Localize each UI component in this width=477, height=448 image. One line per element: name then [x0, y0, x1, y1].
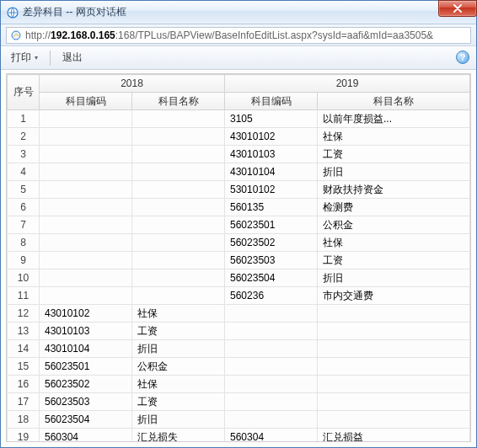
table-cell[interactable]: 社保 [318, 128, 470, 146]
table-row[interactable]: 13105以前年度损益... [8, 110, 470, 128]
col-year-right-header[interactable]: 2019 [225, 75, 470, 93]
table-cell[interactable]: 56023504 [225, 269, 318, 287]
table-cell[interactable]: 工资 [132, 393, 225, 411]
table-cell[interactable]: 折旧 [318, 269, 470, 287]
table-cell[interactable]: 15 [8, 358, 40, 376]
table-cell[interactable]: 56023501 [40, 358, 132, 376]
table-cell[interactable] [318, 358, 470, 376]
table-cell[interactable]: 560304 [40, 429, 132, 443]
table-cell[interactable] [225, 305, 318, 323]
table-cell[interactable]: 折旧 [318, 163, 470, 181]
table-cell[interactable] [40, 199, 132, 216]
table-cell[interactable] [40, 287, 132, 305]
table-cell[interactable] [40, 110, 132, 128]
table-row[interactable]: 1443010104折旧 [8, 340, 470, 358]
table-cell[interactable] [40, 252, 132, 269]
col-seq-header[interactable]: 序号 [8, 75, 40, 110]
table-cell[interactable]: 18 [8, 411, 40, 429]
table-cell[interactable]: 折旧 [132, 340, 225, 358]
table-cell[interactable] [132, 146, 225, 163]
table-row[interactable]: 553010102财政扶持资金 [8, 181, 470, 199]
table-cell[interactable] [225, 393, 318, 411]
table-row[interactable]: 1856023504折旧 [8, 411, 470, 429]
table-cell[interactable]: 16 [8, 376, 40, 393]
table-cell[interactable]: 5 [8, 181, 40, 199]
table-cell[interactable] [132, 234, 225, 252]
table-cell[interactable]: 折旧 [132, 411, 225, 429]
table-cell[interactable]: 11 [8, 287, 40, 305]
table-cell[interactable]: 2 [8, 128, 40, 146]
table-row[interactable]: 6560135检测费 [8, 199, 470, 216]
table-cell[interactable]: 汇兑损失 [132, 429, 225, 443]
table-cell[interactable]: 8 [8, 234, 40, 252]
table-cell[interactable] [40, 234, 132, 252]
table-cell[interactable] [40, 181, 132, 199]
table-cell[interactable]: 社保 [132, 376, 225, 393]
table-cell[interactable]: 财政扶持资金 [318, 181, 470, 199]
table-cell[interactable]: 560236 [225, 287, 318, 305]
table-row[interactable]: 1656023502社保 [8, 376, 470, 393]
table-cell[interactable] [132, 163, 225, 181]
table-cell[interactable]: 43010104 [40, 340, 132, 358]
table-cell[interactable] [132, 181, 225, 199]
table-cell[interactable]: 17 [8, 393, 40, 411]
table-cell[interactable] [318, 305, 470, 323]
table-cell[interactable] [132, 287, 225, 305]
url-field[interactable]: http://192.168.0.165:168/TPLus/BAPView/B… [6, 27, 471, 44]
table-cell[interactable]: 6 [8, 199, 40, 216]
table-row[interactable]: 1756023503工资 [8, 393, 470, 411]
table-cell[interactable]: 工资 [132, 323, 225, 340]
table-row[interactable]: 19560304汇兑损失560304汇兑损益 [8, 429, 470, 443]
table-cell[interactable]: 56023502 [40, 376, 132, 393]
table-cell[interactable]: 43010104 [225, 163, 318, 181]
table-cell[interactable] [40, 163, 132, 181]
table-cell[interactable] [318, 340, 470, 358]
table-cell[interactable]: 14 [8, 340, 40, 358]
table-cell[interactable]: 56023501 [225, 216, 318, 234]
table-cell[interactable] [132, 128, 225, 146]
table-cell[interactable]: 检测费 [318, 199, 470, 216]
table-cell[interactable]: 工资 [318, 146, 470, 163]
table-cell[interactable]: 43010102 [225, 128, 318, 146]
table-cell[interactable]: 7 [8, 216, 40, 234]
table-cell[interactable]: 工资 [318, 252, 470, 269]
table-row[interactable]: 1556023501公积金 [8, 358, 470, 376]
table-cell[interactable]: 43010103 [40, 323, 132, 340]
table-cell[interactable]: 56023503 [225, 252, 318, 269]
table-cell[interactable]: 43010103 [225, 146, 318, 163]
data-grid[interactable]: 序号 2018 2019 科目编码 科目名称 科目编码 科目名称 13105以前… [6, 73, 471, 442]
col-year-left-header[interactable]: 2018 [40, 75, 225, 93]
table-cell[interactable]: 9 [8, 252, 40, 269]
table-row[interactable]: 443010104折旧 [8, 163, 470, 181]
table-row[interactable]: 756023501公积金 [8, 216, 470, 234]
table-row[interactable]: 1056023504折旧 [8, 269, 470, 287]
table-cell[interactable]: 56023504 [40, 411, 132, 429]
table-cell[interactable] [40, 269, 132, 287]
table-cell[interactable]: 19 [8, 429, 40, 443]
table-row[interactable]: 1343010103工资 [8, 323, 470, 340]
table-row[interactable]: 243010102社保 [8, 128, 470, 146]
table-cell[interactable] [40, 146, 132, 163]
table-cell[interactable]: 社保 [132, 305, 225, 323]
table-cell[interactable] [40, 216, 132, 234]
table-cell[interactable]: 56023503 [40, 393, 132, 411]
table-cell[interactable]: 市内交通费 [318, 287, 470, 305]
table-cell[interactable]: 43010102 [40, 305, 132, 323]
table-cell[interactable]: 560304 [225, 429, 318, 443]
print-button[interactable]: 打印 ▾ [8, 49, 41, 67]
table-cell[interactable] [132, 199, 225, 216]
table-row[interactable]: 856023502社保 [8, 234, 470, 252]
table-cell[interactable]: 3 [8, 146, 40, 163]
table-cell[interactable]: 560135 [225, 199, 318, 216]
table-cell[interactable]: 3105 [225, 110, 318, 128]
exit-button[interactable]: 退出 [59, 49, 86, 67]
table-cell[interactable]: 13 [8, 323, 40, 340]
table-cell[interactable]: 4 [8, 163, 40, 181]
table-cell[interactable] [318, 323, 470, 340]
table-row[interactable]: 343010103工资 [8, 146, 470, 163]
table-cell[interactable] [132, 216, 225, 234]
table-cell[interactable] [225, 376, 318, 393]
table-cell[interactable] [318, 376, 470, 393]
table-row[interactable]: 1243010102社保 [8, 305, 470, 323]
table-cell[interactable] [225, 411, 318, 429]
